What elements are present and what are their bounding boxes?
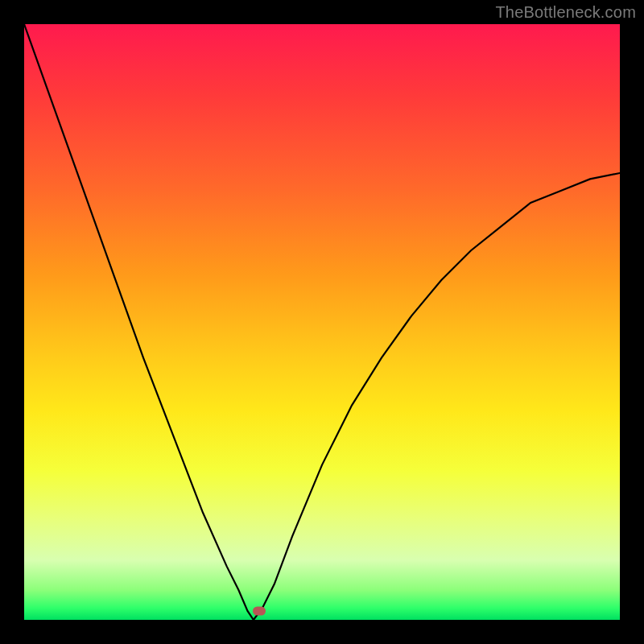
bottleneck-marker [253, 606, 266, 615]
bottleneck-curve [24, 24, 620, 620]
curve-svg [24, 24, 620, 620]
plot-area [24, 24, 620, 620]
watermark-text: TheBottleneck.com [495, 3, 636, 22]
chart-frame: TheBottleneck.com [0, 0, 644, 644]
